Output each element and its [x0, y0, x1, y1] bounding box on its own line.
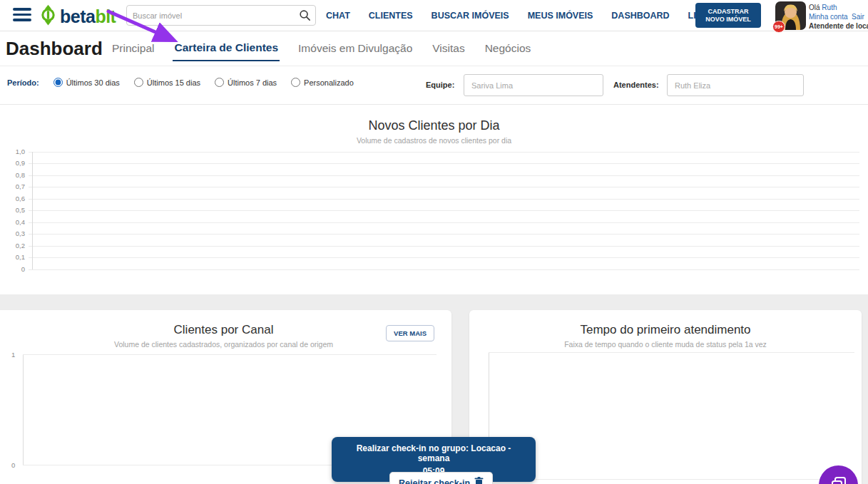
user-avatar[interactable]: 99+ [775, 1, 806, 30]
y-tick: 0,5 [0, 206, 29, 214]
tab-negocios[interactable]: Negócios [484, 38, 533, 61]
radio-ultimos-15-dias[interactable]: Últimos 15 dias [134, 78, 200, 87]
nav-clientes[interactable]: CLIENTES [369, 11, 413, 21]
main-nav: CHAT CLIENTES BUSCAR IMÓVEIS MEUS IMÓVEI… [326, 0, 752, 31]
radio-input-15[interactable] [134, 78, 143, 87]
period-label: Período: [7, 78, 39, 87]
y-tick: 0,2 [0, 242, 29, 249]
y-axis-line [32, 152, 33, 269]
x-axis-line [489, 479, 854, 480]
card-title: Clientes por Canal [0, 310, 451, 337]
tab-imoveis-em-divulgacao[interactable]: Imóveis em Divulgação [297, 38, 414, 61]
y-axis-line [23, 354, 24, 465]
radio-ultimos-7-dias[interactable]: Últimos 7 dias [215, 78, 277, 87]
user-name-link[interactable]: Ruth [822, 4, 837, 11]
betabit-logo[interactable]: betabit [40, 4, 116, 29]
betabit-logo-icon [40, 4, 56, 29]
y-tick: 0,8 [0, 171, 29, 179]
sair-link[interactable]: Sair [852, 13, 864, 21]
nav-meus-imoveis[interactable]: MEUS IMÓVEIS [528, 11, 593, 21]
card-subtitle: Faixa de tempo quando o cliente muda de … [469, 340, 862, 349]
chart-plot-area: 1,0 0,9 0,8 0,7 0,6 0,5 0,4 0,3 0,2 0,1 … [0, 105, 868, 294]
equipe-field[interactable] [464, 74, 603, 96]
search-icon[interactable] [294, 9, 315, 21]
y-tick: 0 [11, 461, 15, 469]
radio-ultimos-30-dias[interactable]: Últimos 30 dias [53, 78, 120, 87]
checkin-message: Realizar check-in no grupo: Locacao - se… [342, 443, 526, 463]
user-info: Olá Ruth Minha conta Sair Atendente de l… [809, 3, 868, 31]
period-radio-group: Período: Últimos 30 dias Últimos 15 dias… [7, 78, 354, 87]
y-tick: 0,6 [0, 195, 29, 202]
atendentes-label: Atendentes: [613, 81, 659, 89]
radio-input-30[interactable] [53, 78, 63, 87]
chat-windows-icon [830, 475, 847, 484]
top-navbar: betabit CHAT CLIENTES BUSCAR IMÓVEIS MEU… [0, 0, 868, 31]
property-search [126, 5, 316, 26]
greeting-text: Olá [809, 4, 820, 11]
page-title: Dashboard [6, 38, 103, 60]
chart-novos-clientes-por-dia: Novos Clientes por Dia Volume de cadastr… [0, 105, 868, 294]
equipe-label: Equipe: [426, 81, 454, 89]
notification-badge: 99+ [772, 21, 785, 33]
user-role: Atendente de locações [809, 21, 868, 31]
trash-icon [474, 477, 484, 484]
dashboard-tabs: Principal Carteira de Clientes Imóveis e… [111, 31, 532, 66]
betabit-logo-text: betabit [60, 6, 116, 27]
top-gridline [489, 352, 854, 353]
radio-personalizado[interactable]: Personalizado [291, 78, 354, 87]
search-input[interactable] [127, 11, 294, 20]
atendentes-field[interactable] [667, 74, 804, 96]
minha-conta-link[interactable]: Minha conta [809, 13, 847, 21]
ver-mais-button[interactable]: VER MAIS [386, 325, 434, 341]
y-tick: 0,1 [0, 253, 29, 261]
y-tick: 1 [11, 351, 15, 359]
y-tick: 0,7 [0, 182, 29, 190]
dashboard-tabs-bar: Dashboard Principal Carteira de Clientes… [0, 31, 868, 66]
filter-bar: Período: Últimos 30 dias Últimos 15 dias… [0, 66, 868, 105]
y-tick: 0,3 [0, 230, 29, 237]
top-gridline [23, 354, 436, 355]
hamburger-menu-icon[interactable] [13, 8, 31, 22]
radio-input-custom[interactable] [291, 78, 300, 87]
y-tick: 1,0 [0, 148, 29, 155]
rejeitar-checkin-button[interactable]: Rejeitar check-in [389, 472, 493, 484]
y-tick: 0,4 [0, 218, 29, 226]
card-title: Tempo do primeiro atendimento [469, 310, 862, 337]
nav-buscar-imoveis[interactable]: BUSCAR IMÓVEIS [432, 11, 509, 21]
card-subtitle: Volume de clientes cadastrados, organiza… [0, 340, 451, 349]
dashboard-page: betabit CHAT CLIENTES BUSCAR IMÓVEIS MEU… [0, 0, 868, 484]
y-tick: 0 [0, 265, 29, 273]
nav-dashboard[interactable]: DASHBOARD [611, 11, 669, 21]
radio-input-7[interactable] [215, 78, 224, 87]
tab-principal[interactable]: Principal [111, 38, 155, 61]
cadastrar-novo-imovel-button[interactable]: CADASTRARNOVO IMÓVEL [695, 3, 761, 28]
tab-visitas[interactable]: Visitas [431, 38, 466, 61]
nav-chat[interactable]: CHAT [326, 11, 350, 21]
y-tick: 0,9 [0, 159, 29, 167]
tab-carteira-de-clientes[interactable]: Carteira de Clientes [173, 37, 280, 61]
